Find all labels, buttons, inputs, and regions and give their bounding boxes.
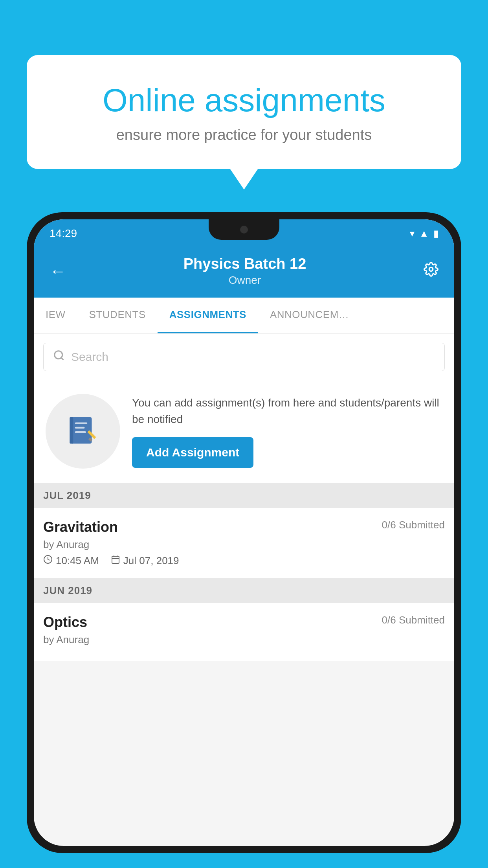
notebook-icon [65, 414, 101, 449]
assignment-submitted: 0/6 Submitted [382, 519, 445, 531]
phone-wrapper: 14:29 ▾ ▲ ▮ ← Physics Batch 12 Owner [27, 212, 461, 868]
promo-section: You can add assignment(s) from here and … [34, 380, 454, 483]
assignment-title-optics: Optics [43, 614, 87, 631]
phone-device: 14:29 ▾ ▲ ▮ ← Physics Batch 12 Owner [27, 212, 461, 853]
svg-rect-10 [112, 556, 119, 563]
assignment-item-optics[interactable]: Optics 0/6 Submitted by Anurag [34, 603, 454, 661]
header-center: Physics Batch 12 Owner [66, 256, 424, 287]
svg-rect-6 [75, 431, 86, 433]
add-assignment-button[interactable]: Add Assignment [132, 437, 253, 468]
promo-content: You can add assignment(s) from here and … [132, 395, 442, 468]
promo-text: You can add assignment(s) from here and … [132, 395, 442, 428]
promo-icon-circle [46, 394, 120, 469]
wifi-icon: ▾ [410, 228, 415, 239]
svg-point-1 [55, 351, 62, 359]
assignment-by-optics: by Anurag [43, 634, 445, 646]
svg-point-0 [429, 267, 433, 271]
section-header-jul: JUL 2019 [34, 483, 454, 508]
meta-time: 10:45 AM [43, 555, 99, 567]
phone-screen: 14:29 ▾ ▲ ▮ ← Physics Batch 12 Owner [34, 219, 454, 846]
assignment-row1: Gravitation 0/6 Submitted [43, 519, 445, 535]
header-title: Physics Batch 12 [66, 256, 424, 272]
assignment-title: Gravitation [43, 519, 118, 535]
settings-icon[interactable] [424, 262, 438, 280]
assignment-time: 10:45 AM [56, 555, 99, 567]
assignment-submitted-optics: 0/6 Submitted [382, 614, 445, 626]
status-bar: 14:29 ▾ ▲ ▮ [34, 219, 454, 248]
tabs-container: IEW STUDENTS ASSIGNMENTS ANNOUNCEM… [34, 298, 454, 334]
camera-dot [240, 226, 248, 234]
meta-date: Jul 07, 2019 [111, 555, 179, 567]
bubble-subtitle: ensure more practice for your students [58, 127, 430, 143]
svg-rect-2 [71, 417, 92, 444]
back-button[interactable]: ← [50, 262, 66, 281]
search-container: Search [34, 334, 454, 380]
calendar-icon [111, 555, 120, 567]
assignment-item-gravitation[interactable]: Gravitation 0/6 Submitted by Anurag 10:4… [34, 508, 454, 578]
assignment-meta: 10:45 AM Jul 07, 2019 [43, 555, 445, 567]
clock-icon [43, 555, 53, 567]
tab-announcements[interactable]: ANNOUNCEM… [258, 298, 361, 333]
header-subtitle: Owner [66, 274, 424, 287]
section-header-jun: JUN 2019 [34, 578, 454, 603]
search-box[interactable]: Search [43, 343, 445, 371]
bubble-title: Online assignments [58, 83, 430, 118]
svg-rect-4 [75, 423, 88, 425]
assignment-date: Jul 07, 2019 [123, 555, 179, 567]
svg-rect-3 [70, 417, 73, 444]
app-header: ← Physics Batch 12 Owner [34, 248, 454, 298]
assignment-row1-optics: Optics 0/6 Submitted [43, 614, 445, 631]
search-icon [53, 349, 65, 364]
search-placeholder: Search [71, 350, 108, 364]
assignment-by: by Anurag [43, 539, 445, 551]
status-time: 14:29 [50, 227, 77, 240]
status-icons: ▾ ▲ ▮ [410, 228, 438, 239]
signal-icon: ▲ [419, 228, 429, 239]
tab-iew[interactable]: IEW [34, 298, 77, 333]
notch [209, 219, 279, 240]
svg-rect-5 [75, 427, 85, 429]
speech-bubble-container: Online assignments ensure more practice … [27, 55, 461, 169]
battery-icon: ▮ [433, 228, 438, 239]
speech-bubble: Online assignments ensure more practice … [27, 55, 461, 169]
tab-assignments[interactable]: ASSIGNMENTS [158, 298, 258, 333]
tab-students[interactable]: STUDENTS [77, 298, 158, 333]
